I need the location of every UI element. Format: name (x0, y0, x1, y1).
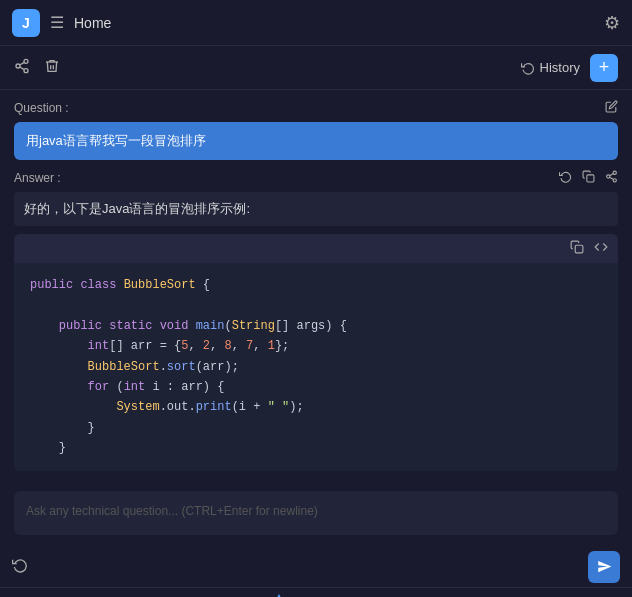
svg-point-1 (16, 64, 20, 68)
svg-line-4 (20, 62, 25, 65)
answer-label: Answer : (14, 171, 61, 185)
bottom-bar (0, 547, 632, 587)
svg-rect-5 (587, 175, 594, 182)
content: Question : 用java语言帮我写一段冒泡排序 Answer : (0, 90, 632, 491)
code-header (14, 234, 618, 263)
send-button[interactable] (588, 551, 620, 583)
svg-rect-11 (575, 245, 583, 253)
answer-section-label: Answer : (14, 170, 618, 186)
header: J ☰ Home ⚙ (0, 0, 632, 46)
toolbar: History + (0, 46, 632, 90)
gear-button[interactable]: ⚙ (604, 12, 620, 34)
svg-point-8 (613, 179, 616, 182)
add-button[interactable]: + (590, 54, 618, 82)
copy-code-button[interactable] (570, 240, 584, 257)
shortcuts-label: Shortcuts ∧ (272, 594, 360, 597)
header-title: Home (74, 15, 111, 31)
code-body: public class BubbleSort { public static … (14, 263, 618, 471)
header-left: J ☰ Home (12, 9, 111, 37)
history-button[interactable]: History (521, 60, 580, 75)
refresh-button[interactable] (559, 170, 572, 186)
question-text: 用java语言帮我写一段冒泡排序 (26, 133, 206, 148)
question-label: Question : (14, 101, 69, 115)
input-area[interactable]: Ask any technical question... (CTRL+Ente… (14, 491, 618, 535)
hamburger-icon[interactable]: ☰ (50, 13, 64, 32)
input-section: Ask any technical question... (CTRL+Ente… (0, 491, 632, 547)
svg-point-6 (613, 171, 616, 174)
trash-button[interactable] (44, 58, 60, 78)
svg-point-2 (24, 68, 28, 72)
undo-button[interactable] (12, 557, 28, 577)
shortcuts-bar[interactable]: Shortcuts ∧ (0, 587, 632, 597)
share-button[interactable] (14, 58, 30, 78)
question-section-label: Question : (14, 100, 618, 116)
shortcuts-text: Shortcuts (291, 594, 346, 597)
svg-line-9 (610, 177, 614, 179)
svg-line-10 (610, 174, 614, 176)
header-right: ⚙ (604, 12, 620, 34)
copy-answer-button[interactable] (582, 170, 595, 186)
answer-icons (559, 170, 618, 186)
svg-point-7 (607, 175, 610, 178)
svg-line-3 (20, 67, 25, 70)
toolbar-right: History + (521, 54, 618, 82)
edit-button[interactable] (605, 100, 618, 116)
raw-code-button[interactable] (594, 240, 608, 257)
avatar[interactable]: J (12, 9, 40, 37)
share-answer-button[interactable] (605, 170, 618, 186)
input-placeholder: Ask any technical question... (CTRL+Ente… (26, 504, 318, 518)
svg-point-0 (24, 59, 28, 63)
toolbar-left (14, 58, 60, 78)
history-label: History (540, 60, 580, 75)
question-box: 用java语言帮我写一段冒泡排序 (14, 122, 618, 160)
code-block: public class BubbleSort { public static … (14, 234, 618, 471)
answer-intro: 好的，以下是Java语言的冒泡排序示例: (14, 192, 618, 226)
